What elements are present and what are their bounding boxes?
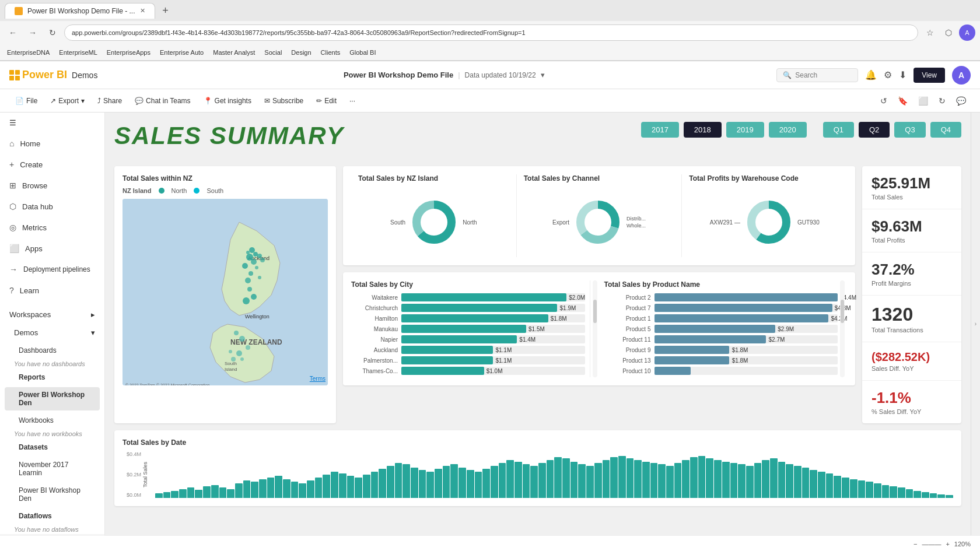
date-bar-55[interactable] — [594, 463, 602, 498]
file-menu-button[interactable]: 📄 File — [9, 94, 43, 107]
city-scrollbar[interactable] — [593, 280, 597, 377]
settings-icon[interactable]: ⚙ — [884, 69, 892, 80]
date-bar-87[interactable] — [850, 479, 858, 498]
date-bar-96[interactable] — [922, 492, 929, 498]
bookmark-global-bi[interactable]: Global BI — [347, 48, 378, 57]
sidebar-demos-btn[interactable]: Demos ▾ — [0, 324, 104, 342]
date-bar-91[interactable] — [882, 485, 890, 498]
bookmark-enterprise-auto[interactable]: Enterprise Auto — [158, 48, 206, 57]
bookmark-enterprisedna[interactable]: EnterpriseDNA — [5, 48, 52, 57]
date-bar-63[interactable] — [658, 464, 666, 498]
date-bar-94[interactable] — [906, 489, 914, 498]
date-bar-89[interactable] — [866, 482, 873, 498]
date-bar-17[interactable] — [291, 482, 299, 498]
date-bar-81[interactable] — [802, 468, 810, 498]
date-bar-97[interactable] — [930, 493, 937, 498]
format-icon[interactable]: ⬜ — [914, 94, 933, 108]
nz-map-container[interactable]: Auckland Wellington NEW ZEALAND South Is… — [123, 199, 328, 385]
date-bar-18[interactable] — [299, 483, 306, 498]
date-bar-66[interactable] — [682, 460, 690, 498]
date-bar-76[interactable] — [762, 460, 769, 498]
date-bar-57[interactable] — [610, 457, 618, 498]
sidebar-datasets-btn[interactable]: Datasets — [5, 440, 100, 455]
date-bar-25[interactable] — [355, 478, 362, 498]
year-2018-btn[interactable]: 2018 — [684, 122, 722, 138]
product-scrollbar[interactable] — [840, 280, 845, 377]
date-bar-84[interactable] — [826, 473, 834, 498]
date-bar-60[interactable] — [634, 460, 642, 498]
date-bar-1[interactable] — [163, 492, 171, 498]
date-bar-45[interactable] — [514, 462, 522, 498]
sidebar-workbooks-btn[interactable]: Workbooks — [5, 413, 100, 428]
date-bar-49[interactable] — [547, 460, 554, 498]
extensions-btn[interactable]: ⬡ — [940, 24, 957, 41]
zoom-slider[interactable]: ——— — [919, 541, 943, 548]
date-bar-85[interactable] — [834, 476, 841, 498]
date-bar-6[interactable] — [203, 486, 211, 498]
date-bar-12[interactable] — [251, 482, 258, 498]
new-tab-button[interactable]: + — [158, 2, 174, 19]
date-bar-80[interactable] — [794, 466, 802, 498]
date-bar-51[interactable] — [562, 458, 570, 498]
date-bar-75[interactable] — [754, 463, 762, 498]
date-bar-3[interactable] — [179, 489, 187, 498]
date-bar-61[interactable] — [642, 462, 650, 498]
date-bar-11[interactable] — [243, 480, 251, 498]
profile-btn[interactable]: A — [959, 24, 975, 41]
search-input[interactable] — [795, 71, 853, 79]
download-icon[interactable]: ⬇ — [899, 69, 907, 80]
date-bar-15[interactable] — [275, 476, 282, 498]
date-bar-92[interactable] — [890, 486, 897, 498]
bookmark-clients[interactable]: Clients — [318, 48, 343, 57]
sidebar-item-home[interactable]: ⌂ Home — [0, 133, 104, 154]
date-bar-44[interactable] — [506, 460, 514, 498]
date-bar-46[interactable] — [523, 464, 530, 498]
date-bar-48[interactable] — [538, 463, 546, 498]
data-updated-chevron[interactable]: ▾ — [541, 71, 545, 79]
more-options-button[interactable]: ··· — [344, 94, 361, 107]
sidebar-dashboards-btn[interactable]: Dashboards — [5, 343, 100, 358]
date-bar-54[interactable] — [586, 466, 594, 498]
q3-btn[interactable]: Q3 — [894, 122, 925, 138]
user-avatar[interactable]: A — [952, 66, 971, 85]
sidebar-item-apps[interactable]: ⬜ Apps — [0, 238, 104, 259]
date-bar-13[interactable] — [259, 479, 267, 498]
zoom-minus[interactable]: − — [911, 541, 919, 548]
sidebar-dataset1[interactable]: November 2017 Learnin — [5, 457, 100, 480]
date-bar-67[interactable] — [690, 457, 698, 498]
bookmark-enterpriseml[interactable]: EnterpriseML — [57, 48, 99, 57]
chat-teams-button[interactable]: 💬 Chat in Teams — [129, 94, 196, 107]
back-button[interactable]: ← — [5, 24, 21, 41]
date-bar-98[interactable] — [937, 494, 945, 498]
insights-button[interactable]: 📍 Get insights — [198, 94, 257, 107]
tab-close-btn[interactable]: ✕ — [140, 7, 145, 15]
date-bar-77[interactable] — [770, 458, 778, 498]
bookmark-social[interactable]: Social — [262, 48, 284, 57]
forward-button[interactable]: → — [24, 24, 41, 41]
date-bar-79[interactable] — [786, 464, 793, 498]
date-bar-35[interactable] — [435, 469, 442, 498]
sidebar-item-metrics[interactable]: ◎ Metrics — [0, 217, 104, 238]
sidebar-reports-btn[interactable]: Reports — [5, 370, 100, 385]
date-bar-64[interactable] — [666, 466, 674, 498]
date-bar-86[interactable] — [842, 478, 849, 498]
year-2019-btn[interactable]: 2019 — [726, 122, 764, 138]
date-bar-20[interactable] — [315, 478, 323, 498]
q4-btn[interactable]: Q4 — [930, 122, 961, 138]
reset-icon[interactable]: ↺ — [876, 94, 892, 108]
date-bar-88[interactable] — [858, 480, 866, 498]
date-bar-41[interactable] — [482, 469, 490, 498]
date-bar-43[interactable] — [499, 463, 506, 498]
date-bar-93[interactable] — [898, 487, 905, 498]
date-bar-26[interactable] — [363, 475, 370, 498]
bookmark-btn[interactable]: ☆ — [922, 24, 938, 41]
date-bar-7[interactable] — [211, 485, 219, 498]
export-button[interactable]: ↗ Export ▾ — [44, 94, 90, 107]
date-bar-0[interactable] — [155, 493, 163, 498]
sidebar-item-browse[interactable]: ⊞ Browse — [0, 175, 104, 196]
refresh-icon[interactable]: ↻ — [934, 94, 950, 108]
sidebar-item-learn[interactable]: ? Learn — [0, 280, 104, 301]
date-bar-53[interactable] — [578, 464, 586, 498]
date-bar-52[interactable] — [570, 462, 578, 498]
date-bar-34[interactable] — [426, 472, 434, 498]
